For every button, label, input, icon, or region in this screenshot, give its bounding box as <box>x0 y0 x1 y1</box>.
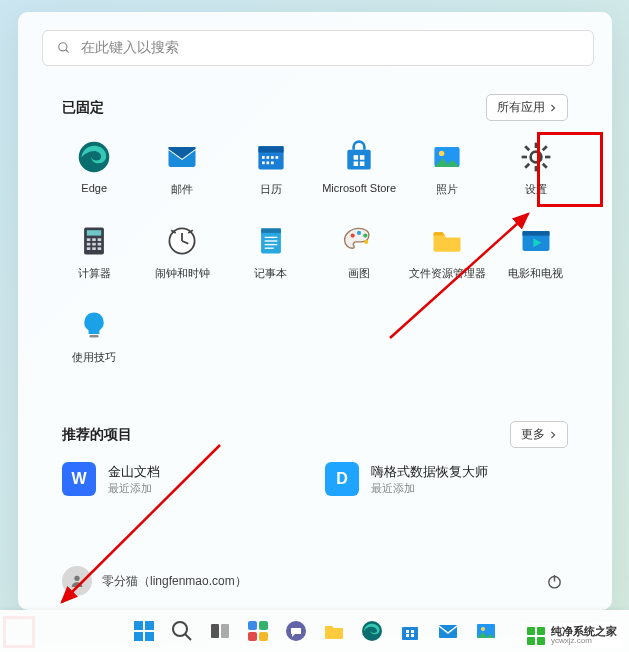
app-photos[interactable]: 照片 <box>403 139 491 197</box>
search-input[interactable]: 在此键入以搜索 <box>42 30 594 66</box>
svg-rect-68 <box>211 624 219 638</box>
svg-point-57 <box>74 576 79 581</box>
svg-rect-6 <box>262 156 265 159</box>
store-icon <box>341 139 377 175</box>
taskbar-fileexplorer-button[interactable] <box>322 619 346 643</box>
more-button[interactable]: 更多 <box>510 421 568 448</box>
svg-rect-12 <box>271 162 274 165</box>
taskbar-edge-button[interactable] <box>360 619 384 643</box>
svg-rect-30 <box>87 230 101 235</box>
svg-rect-62 <box>134 621 143 630</box>
app-calculator[interactable]: 计算器 <box>50 223 138 281</box>
calculator-icon <box>76 223 112 259</box>
user-bar: 零分猫（lingfenmao.com） <box>42 560 588 596</box>
reco-subtitle: 最近添加 <box>108 481 160 496</box>
taskbar-store-button[interactable] <box>398 619 422 643</box>
app-paint[interactable]: 画图 <box>315 223 403 281</box>
pinned-section: 已固定 所有应用 Edge 邮件 日历 Microsoft Store <box>42 94 588 365</box>
recommended-title: 推荐的项目 <box>62 426 132 444</box>
svg-rect-76 <box>402 627 418 640</box>
svg-rect-73 <box>259 632 268 641</box>
app-settings[interactable]: 设置 <box>492 139 580 197</box>
svg-rect-16 <box>354 162 359 167</box>
svg-rect-64 <box>134 632 143 641</box>
svg-point-49 <box>351 234 355 238</box>
reco-item[interactable]: W 金山文档 最近添加 <box>62 462 305 496</box>
app-moviestv[interactable]: 电影和电视 <box>492 223 580 281</box>
svg-rect-56 <box>90 335 99 338</box>
svg-rect-34 <box>87 243 91 246</box>
svg-line-67 <box>185 634 191 640</box>
calendar-icon <box>253 139 289 175</box>
power-icon <box>546 573 563 590</box>
svg-rect-13 <box>347 150 370 170</box>
svg-rect-65 <box>145 632 154 641</box>
gear-icon <box>518 139 554 175</box>
reco-item[interactable]: D 嗨格式数据恢复大师 最近添加 <box>325 462 568 496</box>
svg-rect-39 <box>98 247 102 250</box>
all-apps-button[interactable]: 所有应用 <box>486 94 568 121</box>
app-calendar[interactable]: 日历 <box>227 139 315 197</box>
mail-icon <box>164 139 200 175</box>
app-tips[interactable]: 使用技巧 <box>50 307 138 365</box>
svg-rect-5 <box>258 146 283 152</box>
search-placeholder: 在此键入以搜索 <box>81 39 179 57</box>
photos-icon <box>429 139 465 175</box>
app-fileexplorer[interactable]: 文件资源管理器 <box>403 223 491 281</box>
svg-rect-44 <box>261 228 281 233</box>
svg-rect-78 <box>411 630 414 633</box>
user-account-button[interactable]: 零分猫（lingfenmao.com） <box>62 566 247 596</box>
clock-icon <box>164 223 200 259</box>
svg-point-51 <box>363 234 367 238</box>
edge-icon <box>76 139 112 175</box>
svg-rect-17 <box>360 162 365 167</box>
power-button[interactable] <box>540 567 568 595</box>
svg-rect-37 <box>87 247 91 250</box>
svg-rect-36 <box>98 243 102 246</box>
taskbar-mail-button[interactable] <box>436 619 460 643</box>
svg-line-25 <box>525 146 529 150</box>
taskbar-start-button[interactable] <box>132 619 156 643</box>
taskbar-chat-button[interactable] <box>284 619 308 643</box>
pinned-grid: Edge 邮件 日历 Microsoft Store 照片 设置 <box>42 139 588 365</box>
app-mail[interactable]: 邮件 <box>138 139 226 197</box>
svg-point-66 <box>173 622 187 636</box>
svg-rect-15 <box>360 155 365 160</box>
app-alarmclock[interactable]: 闹钟和时钟 <box>138 223 226 281</box>
watermark-icon <box>527 627 545 645</box>
svg-rect-77 <box>406 630 409 633</box>
reco-subtitle: 最近添加 <box>371 481 488 496</box>
svg-rect-11 <box>266 162 269 165</box>
app-notepad[interactable]: 记事本 <box>227 223 315 281</box>
folder-icon <box>429 223 465 259</box>
chevron-right-icon <box>549 431 557 439</box>
taskbar-photos-button[interactable] <box>474 619 498 643</box>
watermark: 纯净系统之家 ycwxjz.com <box>521 623 623 648</box>
svg-point-20 <box>530 152 541 163</box>
svg-rect-69 <box>221 624 229 638</box>
svg-rect-54 <box>522 231 549 236</box>
svg-rect-70 <box>248 621 257 630</box>
tips-icon <box>76 307 112 343</box>
app-msstore[interactable]: Microsoft Store <box>315 139 403 197</box>
taskbar-widgets-button[interactable] <box>246 619 270 643</box>
avatar <box>62 566 92 596</box>
svg-line-26 <box>543 164 547 168</box>
svg-rect-32 <box>92 238 96 241</box>
svg-rect-38 <box>92 247 96 250</box>
reco-icon: D <box>325 462 359 496</box>
svg-rect-8 <box>271 156 274 159</box>
svg-point-0 <box>59 43 67 51</box>
svg-line-28 <box>525 164 529 168</box>
reco-title: 金山文档 <box>108 463 160 481</box>
start-menu: 在此键入以搜索 已固定 所有应用 Edge 邮件 日历 <box>18 12 612 610</box>
taskbar-taskview-button[interactable] <box>208 619 232 643</box>
svg-rect-63 <box>145 621 154 630</box>
svg-rect-10 <box>262 162 265 165</box>
svg-rect-71 <box>259 621 268 630</box>
movies-icon <box>518 223 554 259</box>
taskbar-search-button[interactable] <box>170 619 194 643</box>
app-edge[interactable]: Edge <box>50 139 138 197</box>
svg-rect-81 <box>439 625 457 638</box>
svg-rect-7 <box>266 156 269 159</box>
